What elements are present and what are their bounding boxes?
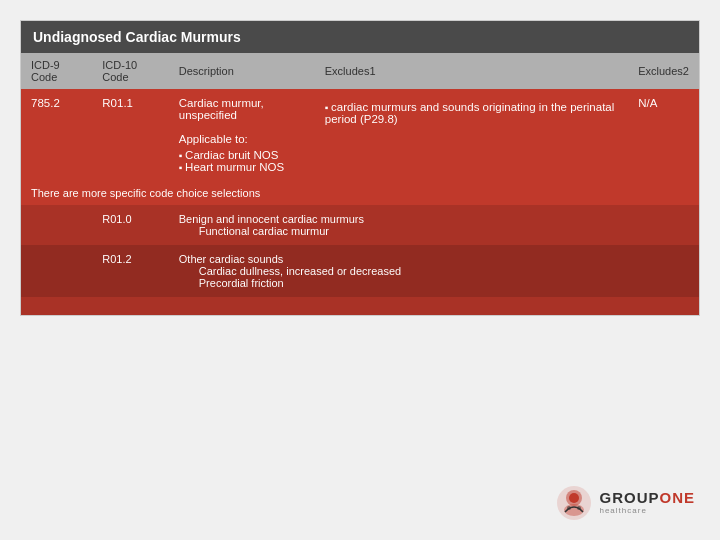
applicable-list: Cardiac bruit NOS Heart murmur NOS [179,149,305,173]
svg-point-4 [567,506,571,510]
header-excludes2: Excludes2 [628,53,699,89]
main-data-row: 785.2 R01.1 Cardiac murmur, unspecified … [21,89,699,181]
card-title: Undiagnosed Cardiac Murmurs [21,21,699,53]
spacer-cell [21,297,699,315]
svg-point-3 [569,493,579,503]
specific-desc-line-5: Precordial friction [179,277,284,289]
icd9-code: 785.2 [21,89,92,181]
specific-desc-line-3: Other cardiac sounds [179,253,284,265]
excludes2-cell: N/A [628,89,699,181]
header-icd10: ICD-10 Code [92,53,168,89]
specific-icd9-empty-1 [21,205,92,245]
specific-icd10-1: R01.0 [92,205,168,245]
logo-sub-text: healthcare [599,507,695,516]
specific-icd10-2: R01.2 [92,245,168,297]
applicable-label: Applicable to: [179,133,248,145]
logo-one-text: ONE [659,489,695,506]
logo-text: GROUPONE healthcare [599,490,695,515]
main-card: Undiagnosed Cardiac Murmurs ICD-9 Code I… [20,20,700,316]
applicable-item: Cardiac bruit NOS [179,149,305,161]
specific-desc-line-2: Functional cardiac murmur [179,225,329,237]
logo-area: GROUPONE healthcare [555,484,695,522]
excludes1-cell: cardiac murmurs and sounds originating i… [315,89,628,181]
description-cell: Cardiac murmur, unspecified Applicable t… [169,89,315,181]
specific-desc-2: Other cardiac sounds Cardiac dullness, i… [169,245,699,297]
specific-code-row-1: R01.0 Benign and innocent cardiac murmur… [21,205,699,245]
header-icd9: ICD-9 Code [21,53,92,89]
header-description: Description [169,53,315,89]
specific-desc-line-1: Benign and innocent cardiac murmurs [179,213,364,225]
header-excludes1: Excludes1 [315,53,628,89]
excludes1-item: cardiac murmurs and sounds originating i… [325,101,618,125]
groupone-logo-icon [555,484,593,522]
table-header-row: ICD-9 Code ICD-10 Code Description Exclu… [21,53,699,89]
applicable-item: Heart murmur NOS [179,161,305,173]
more-codes-row: There are more specific code choice sele… [21,181,699,205]
specific-code-row-2: R01.2 Other cardiac sounds Cardiac dulln… [21,245,699,297]
svg-point-5 [577,506,581,510]
specific-desc-line-4: Cardiac dullness, increased or decreased [179,265,401,277]
description-main: Cardiac murmur, unspecified [179,97,264,121]
specific-icd9-empty-2 [21,245,92,297]
excludes1-list: cardiac murmurs and sounds originating i… [325,101,618,125]
table-container: ICD-9 Code ICD-10 Code Description Exclu… [21,53,699,315]
logo-group-text: GROUP [599,489,659,506]
specific-desc-1: Benign and innocent cardiac murmurs Func… [169,205,699,245]
icd10-code: R01.1 [92,89,168,181]
spacer-row [21,297,699,315]
more-codes-label: There are more specific code choice sele… [21,181,699,205]
